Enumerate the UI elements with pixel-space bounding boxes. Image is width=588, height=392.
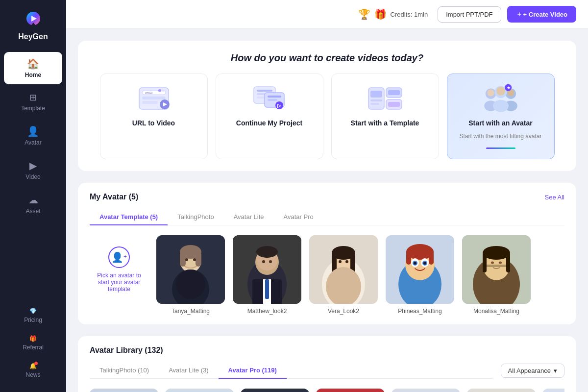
lib-avatar-4[interactable] bbox=[316, 389, 385, 392]
sidebar-item-asset[interactable]: ☁ Asset bbox=[4, 188, 62, 220]
gift-icon: 🎁 bbox=[374, 8, 387, 20]
appearance-dropdown[interactable]: All Appearance ▾ bbox=[501, 364, 564, 378]
svg-text:www.: www. bbox=[145, 91, 153, 95]
create-video-button[interactable]: ＋ + Create Video bbox=[507, 6, 576, 23]
svg-point-36 bbox=[496, 87, 505, 96]
svg-rect-25 bbox=[388, 90, 400, 95]
create-options: www. URL to Video bbox=[90, 74, 564, 159]
continue-project-label: Continue My Project bbox=[236, 119, 302, 127]
content-area: How do you want to create videos today? … bbox=[66, 29, 588, 392]
add-avatar-label: Pick an avatar to start your avatar temp… bbox=[94, 272, 145, 293]
start-template-option[interactable]: Start with a Template bbox=[331, 74, 439, 159]
svg-point-54 bbox=[256, 246, 278, 258]
sidebar-item-pricing[interactable]: 💎 Pricing bbox=[4, 303, 62, 328]
import-button[interactable]: Import PPT/PDF bbox=[438, 6, 501, 23]
svg-point-48 bbox=[193, 258, 196, 261]
svg-rect-118 bbox=[316, 389, 385, 392]
svg-rect-88 bbox=[483, 265, 510, 267]
lib-avatar-5[interactable] bbox=[392, 389, 460, 392]
avatar-phineas-img bbox=[386, 235, 454, 304]
svg-point-59 bbox=[269, 260, 272, 263]
lib-avatar-7[interactable] bbox=[542, 389, 564, 392]
chevron-down-icon: ▾ bbox=[554, 367, 557, 374]
svg-point-80 bbox=[414, 262, 416, 265]
svg-rect-57 bbox=[265, 279, 269, 299]
sidebar-logo: HeyGen bbox=[18, 8, 48, 41]
svg-rect-46 bbox=[196, 252, 201, 267]
video-icon: ▶ bbox=[29, 160, 37, 172]
sidebar-item-referral[interactable]: 🎁 Referral bbox=[4, 330, 62, 356]
svg-rect-87 bbox=[506, 253, 510, 272]
lib-avatar-3[interactable] bbox=[241, 389, 309, 392]
svg-point-35 bbox=[493, 100, 509, 112]
start-avatar-label: Start with an Avatar bbox=[468, 119, 532, 127]
sidebar-item-avatar[interactable]: 👤 Avatar bbox=[4, 120, 62, 152]
lib-avatar-6[interactable] bbox=[467, 389, 536, 392]
lib-tab-avatar-lite[interactable]: Avatar Lite (3) bbox=[159, 363, 218, 379]
main-content: 🏆 🎁 Credits: 1min Import PPT/PDF ＋ + Cre… bbox=[66, 0, 588, 392]
library-tabs: TalkingPhoto (10) Avatar Lite (3) Avatar… bbox=[90, 363, 493, 379]
svg-text:★: ★ bbox=[506, 85, 510, 90]
see-all-avatars[interactable]: See All bbox=[545, 194, 564, 201]
start-avatar-option[interactable]: ★ Start with an Avatar Start with the mo… bbox=[447, 74, 555, 159]
create-section-title: How do you want to create videos today? bbox=[90, 52, 564, 64]
header: 🏆 🎁 Credits: 1min Import PPT/PDF ＋ + Cre… bbox=[66, 0, 588, 29]
sidebar-item-video[interactable]: ▶ Video bbox=[4, 154, 62, 186]
tab-talking-photo[interactable]: TalkingPhoto bbox=[168, 209, 223, 225]
lib-avatar-2[interactable] bbox=[165, 389, 234, 392]
avatar-phineas[interactable]: Phineas_Matting bbox=[386, 235, 454, 315]
svg-rect-22 bbox=[370, 99, 382, 101]
lib-avatar-1[interactable] bbox=[90, 389, 158, 392]
avatar-tanya[interactable]: Tanya_Matting bbox=[156, 235, 225, 315]
avatar-library-section: Avatar Library (132) TalkingPhoto (10) A… bbox=[78, 336, 576, 392]
news-icon: 🔔 bbox=[29, 363, 37, 369]
asset-icon: ☁ bbox=[28, 194, 38, 206]
add-avatar-card[interactable]: 👤+ Pick an avatar to start your avatar t… bbox=[90, 235, 148, 304]
tab-avatar-pro[interactable]: Avatar Pro bbox=[274, 209, 323, 225]
home-icon: 🏠 bbox=[27, 58, 39, 70]
credits-area: 🏆 🎁 Credits: 1min bbox=[358, 8, 428, 20]
svg-rect-16 bbox=[268, 96, 281, 98]
url-video-illustration: www. bbox=[134, 84, 173, 113]
library-tabs-row: TalkingPhoto (10) Avatar Lite (3) Avatar… bbox=[90, 363, 564, 379]
start-avatar-sublabel: Start with the most fitting avatar bbox=[459, 133, 541, 140]
lib-tab-talking-photo[interactable]: TalkingPhoto (10) bbox=[90, 363, 159, 379]
referral-icon: 🎁 bbox=[29, 335, 37, 342]
sidebar-item-news[interactable]: 🔔 News bbox=[4, 358, 62, 383]
avatar-library-header: Avatar Library (132) bbox=[90, 346, 564, 355]
svg-rect-23 bbox=[370, 103, 379, 105]
my-avatar-title: My Avatar (5) bbox=[90, 193, 138, 201]
url-to-video-option[interactable]: www. URL to Video bbox=[100, 74, 208, 159]
credits-text: Credits: 1min bbox=[391, 11, 428, 18]
svg-rect-100 bbox=[165, 389, 234, 392]
svg-text:▷: ▷ bbox=[277, 103, 282, 108]
svg-rect-12 bbox=[257, 90, 272, 92]
svg-rect-129 bbox=[392, 389, 460, 392]
svg-point-81 bbox=[423, 262, 426, 265]
avatar-matthew[interactable]: Matthew_look2 bbox=[233, 235, 301, 315]
svg-rect-17 bbox=[268, 99, 277, 101]
tab-avatar-lite[interactable]: Avatar Lite bbox=[224, 209, 274, 225]
svg-point-68 bbox=[339, 260, 342, 263]
add-avatar-icon: 👤+ bbox=[108, 246, 130, 268]
svg-rect-109 bbox=[241, 389, 309, 392]
sidebar-item-home[interactable]: 🏠 Home bbox=[4, 52, 62, 84]
sidebar-nav: 🏠 Home ⊞ Template 👤 Avatar ▶ Video ☁ Ass… bbox=[0, 51, 66, 302]
avatar-monalisa[interactable]: Monalisa_Matting bbox=[462, 235, 531, 315]
svg-rect-27 bbox=[388, 102, 400, 107]
svg-point-85 bbox=[483, 246, 510, 260]
svg-point-49 bbox=[176, 270, 205, 299]
sidebar-item-template[interactable]: ⊞ Template bbox=[4, 86, 62, 118]
svg-point-9 bbox=[158, 89, 161, 92]
my-avatar-section: My Avatar (5) See All Avatar Template (5… bbox=[78, 183, 576, 324]
tab-avatar-template[interactable]: Avatar Template (5) bbox=[90, 209, 168, 225]
start-template-label: Start with a Template bbox=[351, 119, 419, 127]
avatar-phineas-name: Phineas_Matting bbox=[398, 308, 441, 315]
avatar-vera-img bbox=[309, 235, 378, 304]
svg-rect-6 bbox=[142, 101, 158, 104]
continue-project-option[interactable]: ▷ Continue My Project bbox=[216, 74, 323, 159]
lib-tab-avatar-pro[interactable]: Avatar Pro (119) bbox=[219, 363, 287, 379]
svg-point-10 bbox=[161, 89, 164, 92]
avatar-vera[interactable]: Vera_Look2 bbox=[309, 235, 378, 315]
avatar-tanya-name: Tanya_Matting bbox=[172, 308, 210, 315]
